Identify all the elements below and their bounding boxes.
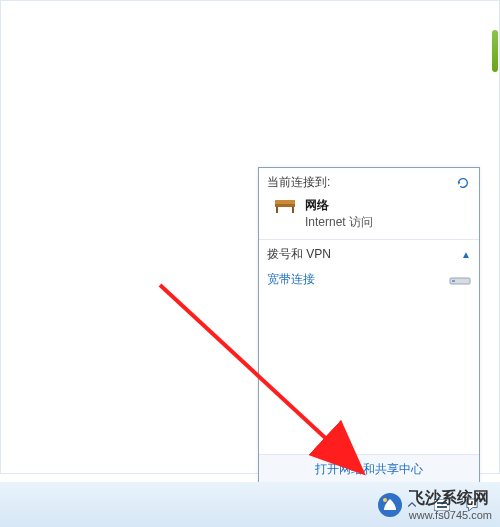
watermark-title: 飞沙系统网 [409,489,489,506]
edge-indicator [492,30,498,72]
active-network-row[interactable]: 网络 Internet 访问 [267,195,471,231]
current-connection-section: 当前连接到: 网络 Internet 访问 [259,168,479,240]
open-network-center-link[interactable]: 打开网络和共享中心 [315,462,423,476]
network-flyout: 当前连接到: 网络 Internet 访问 拨号和 VPN ▲ 宽带连接 [258,167,480,485]
current-connection-label: 当前连接到: [267,174,330,191]
svg-rect-5 [452,280,455,282]
dial-vpn-section: 拨号和 VPN ▲ 宽带连接 [259,240,479,296]
broadband-label: 宽带连接 [267,271,315,288]
watermark: 飞沙系统网 www.fs0745.com [377,488,492,521]
flyout-footer: 打开网络和共享中心 [259,454,479,484]
network-status: Internet 访问 [305,214,373,231]
network-name: 网络 [305,197,373,214]
caret-up-icon[interactable]: ▲ [461,249,471,260]
flyout-spacer [259,296,479,454]
svg-rect-3 [292,207,294,213]
svg-point-11 [383,498,387,502]
bench-icon [273,197,297,215]
watermark-url: www.fs0745.com [409,509,492,521]
dial-vpn-label: 拨号和 VPN [267,246,331,263]
svg-rect-2 [276,207,278,213]
watermark-logo-icon [377,492,403,518]
refresh-icon[interactable] [455,175,471,191]
svg-rect-1 [275,204,295,207]
modem-icon [449,274,471,286]
svg-rect-0 [275,200,295,204]
broadband-item[interactable]: 宽带连接 [267,267,471,288]
